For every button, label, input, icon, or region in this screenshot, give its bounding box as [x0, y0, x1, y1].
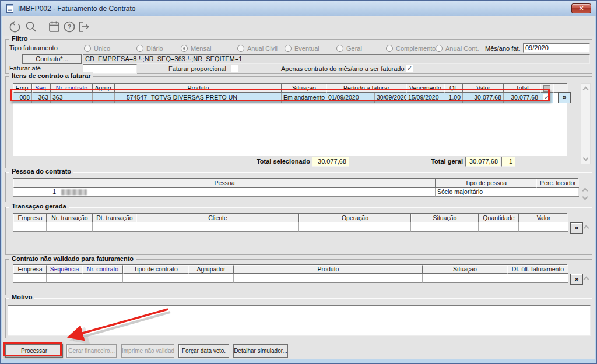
col-t-operacao[interactable]: Operação — [299, 214, 411, 222]
cell-pessoa-numero: 1 — [13, 188, 58, 197]
total-selecionado-value: 30.077,68 — [312, 157, 349, 167]
cell-produto-nome: TOTVS DIVERSAS PRETO UN — [149, 93, 282, 103]
total-geral-qtd: 1 — [501, 157, 515, 167]
help-icon[interactable]: ? — [62, 20, 76, 34]
col-n-dt-ult-faturamento[interactable]: Dt. últ. faturamento — [507, 265, 568, 274]
radio-complemento-label: Complemento — [396, 45, 436, 52]
itens-group: Itens de contrato a faturar Emp. Seq. Nr… — [5, 76, 592, 168]
gerar-financeiro-button[interactable]: Gerar financeiro... — [66, 344, 117, 358]
col-n-tipo-contrato[interactable]: Tipo de contrato — [123, 265, 188, 274]
itens-scrollbar[interactable] — [581, 83, 591, 164]
pessoa-scroll-up-icon[interactable] — [582, 188, 588, 193]
col-t-empresa[interactable]: Empresa — [13, 214, 47, 222]
cell-total: 30.077,68 — [504, 93, 540, 103]
scroll-down-icon[interactable] — [583, 156, 588, 161]
cell-emp: 008 — [13, 93, 32, 103]
select-all-checkbox[interactable] — [543, 85, 550, 92]
processar-button[interactable]: Processar — [5, 344, 63, 358]
motivo-group-title: Motivo — [9, 294, 34, 301]
row-checkbox[interactable] — [543, 94, 550, 101]
col-n-sequencia[interactable]: Sequência — [47, 265, 82, 274]
contrato-filter-field[interactable]: CD_EMPRESA=8·!·;NR_SEQ=363·!·;NR_SEQITEM… — [83, 54, 590, 64]
app-window: IMBFP002 - Faturamento de Contrato ✕ — [0, 0, 597, 364]
col-pessoa[interactable]: Pessoa — [13, 179, 436, 188]
col-emp[interactable]: Emp. — [13, 84, 32, 93]
motivo-textarea[interactable] — [8, 305, 591, 336]
nao-validado-expand-button[interactable]: » — [570, 274, 583, 285]
forcar-data-vcto-button[interactable]: Forçar data vcto. — [178, 344, 229, 358]
radio-complemento[interactable] — [386, 45, 393, 52]
cell-vencimento: 15/09/2020 — [406, 93, 444, 103]
exit-icon[interactable] — [76, 20, 90, 34]
radio-anual-cont[interactable] — [436, 45, 443, 52]
col-n-empresa[interactable]: Empresa — [13, 265, 47, 274]
radio-geral[interactable] — [336, 45, 343, 52]
cell-qt: 1,00 — [444, 93, 463, 103]
col-periodo[interactable]: Período a faturar — [326, 84, 406, 93]
apenas-contrato-checkbox[interactable] — [406, 65, 413, 72]
cell-select — [540, 93, 553, 103]
col-vencimento[interactable]: Vencimento — [406, 84, 444, 93]
mes-ano-input[interactable]: 09/2020 — [523, 43, 590, 53]
col-t-nr-transacao[interactable]: Nr. transação — [47, 214, 93, 222]
cell-agrup — [93, 93, 115, 103]
radio-unico-label: Único — [94, 45, 110, 52]
apenas-contrato-label: Apenas contrato do mês/ano a ser faturad… — [281, 65, 405, 72]
radio-eventual[interactable] — [285, 45, 292, 52]
radio-mensal[interactable] — [181, 45, 188, 52]
col-n-agrupador[interactable]: Agrupador — [188, 265, 234, 274]
radio-diario-label: Diário — [146, 45, 163, 52]
col-t-dt-transacao[interactable]: Dt. transação — [93, 214, 136, 222]
scroll-up-icon[interactable] — [583, 86, 588, 91]
search-icon[interactable] — [24, 20, 38, 34]
radio-diario[interactable] — [136, 45, 143, 52]
radio-unico[interactable] — [84, 45, 91, 52]
form-icon — [5, 3, 15, 13]
cell-tipo-pessoa: Sócio majoritário — [436, 188, 536, 197]
toolbar: ? — [3, 17, 594, 36]
cell-periodo-inicio: 01/09/2020 — [326, 93, 375, 103]
faturar-proporcional-checkbox[interactable] — [231, 65, 238, 72]
pessoa-group: Pessoa do contrato Pessoa Tipo de pessoa… — [5, 172, 592, 202]
col-agrup[interactable]: Agrup. — [93, 84, 115, 93]
undo-icon[interactable] — [8, 20, 22, 34]
filtro-group: Filtro Tipo faturamento Único Diário Men… — [5, 39, 592, 74]
calendar-icon[interactable] — [47, 20, 61, 34]
col-seq[interactable]: Seq. — [32, 84, 51, 93]
col-nr-contrato[interactable]: Nr. contrato — [51, 84, 93, 93]
transacao-grid: Empresa Nr. transação Dt. transação Clie… — [13, 213, 567, 231]
col-t-valor[interactable]: Valor — [519, 214, 568, 222]
transacao-scroll-up-icon[interactable] — [584, 225, 589, 230]
col-t-cliente[interactable]: Cliente — [136, 214, 299, 222]
svg-text:?: ? — [68, 23, 72, 30]
tipo-faturamento-label: Tipo faturamento — [9, 44, 58, 51]
pessoa-scroll-down-icon[interactable] — [582, 195, 588, 200]
col-total[interactable]: Total — [504, 84, 540, 93]
transacao-group: Transação gerada Empresa Nr. transação D… — [5, 207, 592, 255]
col-t-situacao[interactable]: Situação — [411, 214, 479, 222]
col-n-situacao[interactable]: Situação — [423, 265, 507, 274]
col-select-all[interactable] — [540, 84, 553, 93]
transacao-expand-button[interactable]: » — [570, 222, 583, 234]
col-qt[interactable]: Qt. — [444, 84, 463, 93]
col-situacao[interactable]: Situação — [282, 84, 326, 93]
itens-expand-button[interactable]: » — [558, 92, 571, 103]
col-t-quantidade[interactable]: Quantidade — [479, 214, 519, 222]
col-n-produto[interactable]: Produto — [234, 265, 423, 274]
nao-validado-scroll-up-icon[interactable] — [584, 276, 589, 281]
faturar-proporcional-label: Faturar proporcional — [163, 65, 226, 72]
redacted-name — [61, 189, 87, 195]
mes-ano-label: Mês/ano fat. — [485, 45, 521, 52]
imprime-nao-validado-button[interactable]: Imprime não validado — [121, 344, 174, 358]
radio-eventual-label: Eventual — [294, 45, 319, 52]
close-button[interactable]: ✕ — [571, 3, 591, 13]
col-valor[interactable]: Valor — [463, 84, 504, 93]
detalhar-simulador-button[interactable]: Detalhar simulador... — [233, 344, 288, 358]
col-tipo-pessoa[interactable]: Tipo de pessoa — [436, 179, 536, 188]
contrato-button[interactable]: Contrato*... — [22, 54, 82, 64]
motivo-group: Motivo — [5, 298, 592, 338]
col-n-nr-contrato[interactable]: Nr. contrato — [82, 265, 123, 274]
radio-anual-civil[interactable] — [237, 45, 244, 52]
col-perc-locador[interactable]: Perc. locador — [536, 179, 579, 188]
col-produto[interactable]: Produto — [115, 84, 282, 93]
